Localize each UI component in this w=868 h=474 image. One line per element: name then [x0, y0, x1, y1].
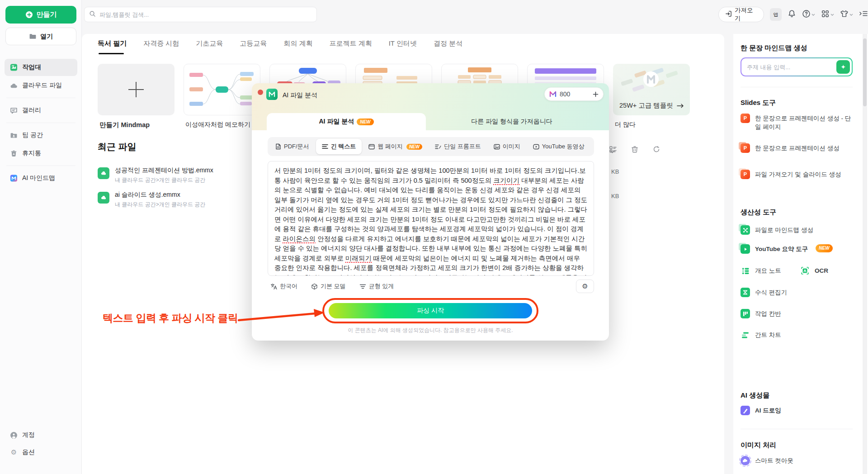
sidebar-item-ai-mindmap[interactable]: AI 마인드맵	[5, 170, 77, 187]
template-card[interactable]	[184, 64, 260, 115]
open-button[interactable]: 열기	[5, 28, 76, 45]
ppt-import-icon: P	[741, 170, 750, 179]
page-scrollbar[interactable]	[863, 34, 867, 474]
import-button[interactable]: 가져오기	[718, 7, 764, 22]
arrow-right-icon	[677, 104, 684, 108]
refresh-icon[interactable]	[652, 145, 660, 155]
sidebar-item-account[interactable]: 계정	[5, 427, 77, 443]
template-thumbnail	[184, 64, 260, 115]
collapse-panel-button[interactable]	[859, 9, 868, 19]
new-badge: NEW	[357, 118, 373, 125]
tab-meeting-plan[interactable]: 회의 계획	[283, 39, 312, 54]
tool-file-to-mindmap[interactable]: 파일로 마인드맵 생성	[741, 225, 856, 235]
sidebar-item-gallery[interactable]: 갤러리	[5, 102, 77, 119]
tool-youtube-summary[interactable]: YouTube 요약 도구 NEW	[741, 244, 856, 254]
tool-kanban[interactable]: 작업 칸반	[741, 309, 856, 318]
file-mindmap-icon	[741, 225, 750, 235]
tool-ppt-generate[interactable]: P 한 문장으로 프레젠테이션 생성	[741, 143, 856, 153]
recent-file-row[interactable]: ai 슬라이드 생성.emmx 내 클라우드 공간>개인 클라우드 공간	[98, 191, 205, 209]
list-view-icon[interactable]	[609, 145, 617, 155]
create-mindmap-card[interactable]	[98, 64, 175, 115]
panel-divider	[741, 87, 853, 87]
new-badge: NEW	[406, 144, 422, 150]
start-parsing-button[interactable]: 파싱 시작	[329, 303, 532, 318]
sidebar-item-cloud-files[interactable]: 클라우드 파일	[5, 77, 77, 94]
shirt-icon	[840, 9, 849, 20]
plus-icon[interactable]	[593, 91, 599, 97]
sidebar-item-options[interactable]: ⚙ 옵션	[5, 444, 77, 460]
ai-file-analysis-dialog: AI 파일 분석 800 AI 파일 분석 NEW 다른 파일 형식을 가져옵니…	[252, 83, 609, 341]
file-name: ai 슬라이드 생성.emmx	[115, 191, 205, 199]
premium-templates-card[interactable]: 25W+ 고급 템플릿	[613, 64, 690, 115]
sidebar-divider	[6, 98, 75, 98]
credit-count: 800	[560, 90, 590, 98]
tab-basic-education[interactable]: 기초교육	[196, 39, 223, 54]
gear-icon: ⚙	[10, 449, 18, 456]
sidebar-item-label: AI 마인드맵	[22, 174, 55, 182]
close-icon[interactable]	[258, 90, 263, 95]
gallery-icon	[10, 107, 18, 114]
open-button-label: 열기	[40, 33, 53, 41]
tab-it-internet[interactable]: IT 인터넷	[389, 39, 417, 54]
subtab-youtube-video[interactable]: YouTube 동영상	[527, 139, 590, 154]
sidebar-item-label: 계정	[22, 431, 35, 439]
annotation-text: 텍스트 입력 후 파싱 시작 클릭	[103, 311, 238, 325]
tool-formula-editor[interactable]: 수식 편집기	[741, 288, 856, 297]
tab-decision-analysis[interactable]: 결정 분석	[434, 39, 462, 54]
theme-menu-button[interactable]	[840, 9, 853, 20]
model-option[interactable]: 기본 모델	[311, 282, 346, 290]
image-icon	[494, 144, 500, 150]
search-input[interactable]	[99, 11, 312, 18]
recent-files-heading: 최근 파일	[98, 141, 137, 153]
youtube-tool-icon	[741, 244, 750, 254]
app-badge-button[interactable]: 앱	[770, 8, 782, 21]
prompt-icon	[435, 144, 441, 150]
tool-outline-note[interactable]: 개요 노트	[741, 266, 795, 275]
outline-note-icon	[741, 266, 750, 275]
formula-icon	[741, 288, 750, 297]
tool-ppt-single-page[interactable]: P 한 문장으로 프레젠테이션 생성 - 단일 페이지	[741, 114, 856, 132]
tab-reading-notes[interactable]: 독서 필기	[98, 39, 127, 54]
subtab-image[interactable]: 이미지	[488, 139, 526, 154]
help-menu-button[interactable]	[802, 9, 815, 20]
file-size: KB	[611, 168, 619, 175]
create-button[interactable]: 만들기	[5, 6, 76, 24]
ai-textarea[interactable]: 서 만분의 1미터 정도의 크기이며, 필터와 같은 생명체는 100만분의 1…	[268, 161, 594, 276]
tab-higher-education[interactable]: 고등교육	[240, 39, 267, 54]
trash-icon[interactable]	[631, 145, 639, 155]
tool-smart-cutout[interactable]: 스마트 컷아웃	[741, 456, 856, 465]
new-badge: NEW	[816, 244, 832, 252]
subtab-single-prompt[interactable]: 단일 프롬프트	[429, 139, 487, 154]
ai-disclaimer: 이 콘텐츠는 AI에 의해 생성되었습니다. 참고용으로만 사용해 주세요.	[252, 327, 609, 334]
subtab-long-text[interactable]: 긴 텍스트	[316, 139, 362, 154]
parse-settings-button[interactable]: ⚙	[576, 280, 594, 293]
topic-input[interactable]	[747, 64, 834, 71]
apps-menu-button[interactable]	[821, 9, 834, 20]
tool-ai-drawing[interactable]: AI 드로잉	[741, 406, 856, 415]
sidebar-item-label: 팀 공간	[22, 131, 43, 139]
sidebar-item-trash[interactable]: 휴지통	[5, 145, 77, 162]
sidebar-item-workbench[interactable]: 작업대	[5, 59, 77, 76]
plus-circle-icon	[25, 11, 33, 19]
tool-gantt[interactable]: 간트 차트	[741, 330, 856, 340]
tool-ppt-import[interactable]: P 파일 가져오기 및 슬라이드 생성	[741, 170, 856, 179]
tool-ocr[interactable]: OCR	[800, 266, 845, 275]
subtab-web-page[interactable]: 웹 페이지 NEW	[363, 139, 428, 154]
ppt-multi-icon: P	[741, 143, 750, 153]
search-bar[interactable]	[84, 7, 317, 22]
recent-file-row[interactable]: 성공적인 프레젠테이션 방법.emmx 내 클라우드 공간>개인 클라우드 공간	[98, 166, 213, 184]
gantt-icon	[741, 330, 750, 340]
credits-pill[interactable]: 800	[544, 87, 604, 101]
tab-ai-file-analysis[interactable]: AI 파일 분석 NEW	[267, 113, 426, 130]
scrollbar-thumb[interactable]	[863, 38, 867, 106]
language-option[interactable]: 한국어	[270, 282, 297, 290]
tab-certification[interactable]: 자격증 시험	[143, 39, 179, 54]
balance-option[interactable]: 균형 있게	[359, 282, 394, 290]
notifications-button[interactable]	[788, 9, 796, 20]
sidebar-item-team-space[interactable]: 팀 공간	[5, 127, 77, 144]
tab-other-file-formats[interactable]: 다른 파일 형식을 가져옵니다	[426, 113, 598, 130]
subtab-pdf-doc[interactable]: PDF/문서	[269, 139, 315, 154]
sidebar-divider	[6, 166, 75, 166]
generate-button[interactable]: ✦	[836, 60, 850, 74]
tab-project-plan[interactable]: 프로젝트 계획	[330, 39, 372, 54]
